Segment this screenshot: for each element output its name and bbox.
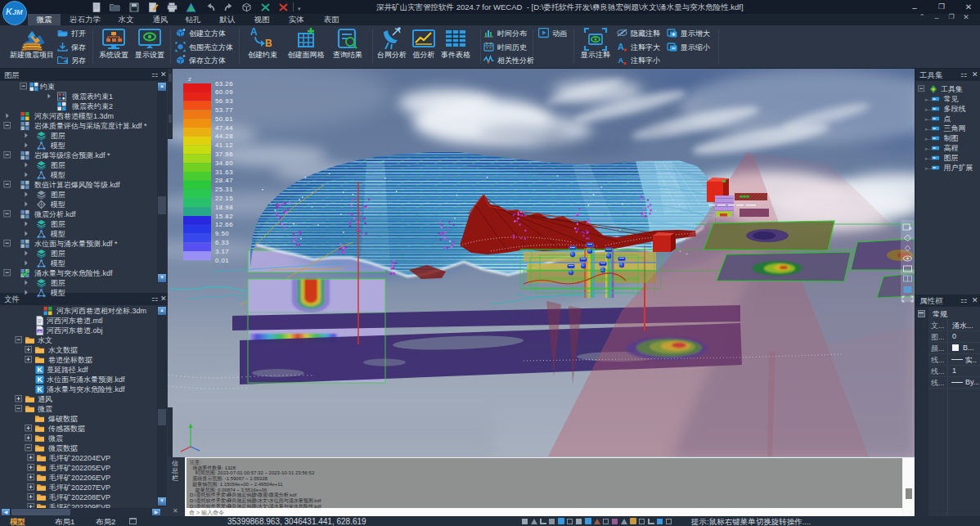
svg-text:34.80: 34.80 (215, 160, 233, 167)
svg-text:41.12: 41.12 (215, 142, 233, 149)
svg-text:obj: obj (38, 330, 43, 334)
svg-text:28.47: 28.47 (215, 177, 233, 184)
svg-text:60.09: 60.09 (215, 88, 233, 96)
svg-text:63.26: 63.26 (215, 80, 233, 88)
svg-text:A: A (250, 26, 258, 38)
svg-text:A: A (618, 42, 624, 52)
svg-text:18.98: 18.98 (215, 204, 233, 211)
svg-text:31.63: 31.63 (215, 169, 233, 176)
svg-text:25.31: 25.31 (215, 186, 233, 193)
svg-text:0.01: 0.01 (215, 257, 229, 264)
svg-text:z: z (187, 75, 191, 83)
svg-text:47.44: 47.44 (215, 124, 233, 132)
svg-text:56.93: 56.93 (215, 97, 233, 105)
svg-text:37.96: 37.96 (215, 151, 233, 158)
svg-text:A: A (618, 56, 624, 65)
svg-text:K: K (37, 366, 43, 374)
svg-text:12.66: 12.66 (215, 221, 233, 228)
svg-text:K: K (37, 375, 43, 384)
svg-text:B: B (265, 38, 272, 49)
svg-text:3.17: 3.17 (215, 248, 229, 255)
svg-text:9.50: 9.50 (215, 230, 229, 237)
svg-text:15.82: 15.82 (215, 213, 233, 220)
svg-text:53.77: 53.77 (215, 106, 233, 114)
svg-text:K: K (37, 385, 43, 393)
svg-text:6.33: 6.33 (215, 239, 229, 246)
svg-text:22.15: 22.15 (215, 195, 233, 202)
svg-text:50.61: 50.61 (215, 115, 233, 123)
svg-text:44.28: 44.28 (215, 133, 233, 140)
